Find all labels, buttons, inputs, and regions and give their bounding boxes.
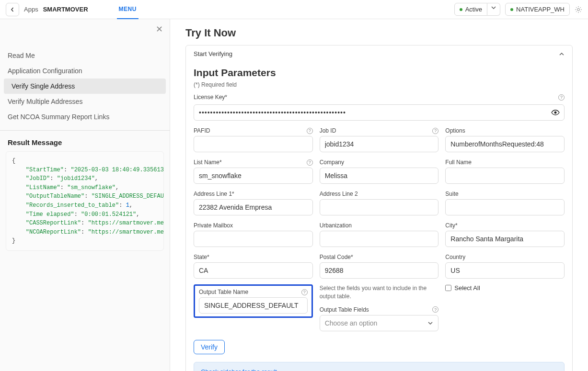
selectall-checkbox[interactable] — [445, 285, 451, 291]
country-label: Country — [445, 254, 465, 260]
info-message: Check sidebar for the result. — [194, 362, 565, 371]
listname-label: List Name* — [194, 159, 222, 166]
gear-icon[interactable] — [575, 6, 582, 13]
eye-icon[interactable] — [551, 109, 560, 116]
addr1-label: Address Line 1* — [194, 191, 234, 197]
help-icon[interactable]: ? — [307, 128, 313, 134]
city-input[interactable] — [445, 231, 565, 247]
status-button[interactable]: Active — [454, 3, 487, 16]
apps-link[interactable]: Apps — [24, 6, 38, 13]
help-icon[interactable]: ? — [558, 94, 565, 101]
urb-input[interactable] — [320, 231, 439, 247]
status-dot-icon — [460, 8, 462, 11]
outfields-placeholder: Choose an option — [325, 319, 378, 327]
fullname-label: Full Name — [445, 159, 472, 166]
result-title: Result Message — [0, 136, 170, 151]
license-input[interactable] — [194, 104, 565, 121]
suite-input[interactable] — [445, 199, 565, 215]
svg-point-1 — [554, 112, 557, 114]
pmb-label: Private Mailbox — [194, 222, 233, 229]
verify-button[interactable]: Verify — [194, 340, 225, 354]
help-icon[interactable]: ? — [432, 128, 438, 134]
back-button[interactable] — [6, 3, 19, 16]
panel: Start Verifying Input Parameters (*) Req… — [185, 45, 573, 371]
outfields-label: Output Table Fields — [320, 306, 369, 313]
company-input[interactable] — [320, 168, 439, 184]
header-left: Apps SMARTMOVER MENU — [6, 0, 138, 19]
sidebar-item-readme[interactable]: Read Me — [0, 48, 170, 63]
options-label: Options — [445, 127, 465, 134]
output-table-highlight: Output Table Name? — [194, 284, 313, 318]
outtable-label: Output Table Name — [199, 289, 248, 295]
jobid-input[interactable] — [320, 136, 439, 152]
section-title: Input Parameters — [194, 67, 565, 79]
sidebar-item-verify-single[interactable]: Verify Single Address — [4, 79, 166, 94]
sidebar-item-appconfig[interactable]: Application Configuration — [0, 63, 170, 79]
status-label: Active — [465, 6, 482, 13]
chevron-up-icon — [559, 52, 565, 56]
help-icon[interactable]: ? — [432, 306, 438, 313]
sidebar-nav: Read Me Application Configuration Verify… — [0, 19, 170, 124]
postal-label: Postal Code* — [320, 254, 353, 260]
state-label: State* — [194, 254, 209, 260]
warehouse-label: NATIVEAPP_WH — [516, 6, 565, 13]
status-dot-icon — [510, 8, 513, 11]
addr2-label: Address Line 2 — [320, 191, 358, 197]
app-header: Apps SMARTMOVER MENU Active NATIVEAPP_WH — [0, 0, 588, 19]
pmb-input[interactable] — [194, 231, 313, 247]
chevron-down-icon — [491, 6, 496, 10]
city-label: City* — [445, 222, 457, 229]
sidebar: ✕ Read Me Application Configuration Veri… — [0, 19, 170, 371]
postal-input[interactable] — [320, 262, 439, 279]
panel-header[interactable]: Start Verifying — [186, 45, 572, 62]
license-label: License Key* ? — [194, 94, 565, 101]
country-input[interactable] — [445, 262, 565, 279]
warehouse-button[interactable]: NATIVEAPP_WH — [505, 3, 570, 16]
addr2-input[interactable] — [320, 199, 439, 215]
required-note: (*) Required field — [194, 81, 565, 88]
sidebar-item-ncoa-links[interactable]: Get NCOA Summary Report Links — [0, 109, 170, 124]
selectall-row: Select All — [445, 284, 565, 292]
status-dropdown[interactable] — [487, 3, 500, 16]
outfields-select[interactable]: Choose an option — [320, 315, 439, 331]
close-icon[interactable]: ✕ — [156, 24, 163, 34]
svg-point-0 — [577, 8, 580, 11]
listname-input[interactable] — [194, 168, 313, 184]
page-title: Try It Now — [185, 27, 573, 39]
addr1-input[interactable] — [194, 199, 313, 215]
suite-label: Suite — [445, 191, 458, 197]
body: ✕ Read Me Application Configuration Veri… — [0, 19, 588, 371]
help-icon[interactable]: ? — [301, 289, 308, 295]
outtable-input[interactable] — [199, 297, 308, 314]
chevron-down-icon — [427, 321, 433, 326]
output-hint: Select the fields you want to include in… — [320, 284, 439, 301]
selectall-label: Select All — [454, 284, 480, 292]
state-input[interactable] — [194, 262, 313, 279]
urb-label: Urbanization — [320, 222, 352, 229]
sidebar-divider — [0, 130, 170, 131]
result-json: { "StartTime": "2025-03-03 18:40:49.3356… — [6, 151, 164, 251]
options-input[interactable] — [445, 136, 565, 152]
jobid-label: Job ID — [320, 127, 336, 134]
sidebar-item-verify-multiple[interactable]: Verify Multiple Addresses — [0, 94, 170, 109]
main-content: Try It Now Start Verifying Input Paramet… — [170, 19, 588, 371]
help-icon[interactable]: ? — [307, 159, 313, 166]
fullname-input[interactable] — [445, 168, 565, 184]
company-label: Company — [320, 159, 344, 166]
app-name: SMARTMOVER — [43, 6, 88, 13]
pafid-input[interactable] — [194, 136, 313, 152]
tab-menu[interactable]: MENU — [117, 0, 138, 19]
chevron-left-icon — [10, 7, 15, 12]
header-right: Active NATIVEAPP_WH — [454, 3, 582, 16]
panel-header-label: Start Verifying — [194, 50, 232, 57]
pafid-label: PAFID — [194, 127, 210, 134]
panel-body: Input Parameters (*) Required field Lice… — [186, 62, 572, 371]
